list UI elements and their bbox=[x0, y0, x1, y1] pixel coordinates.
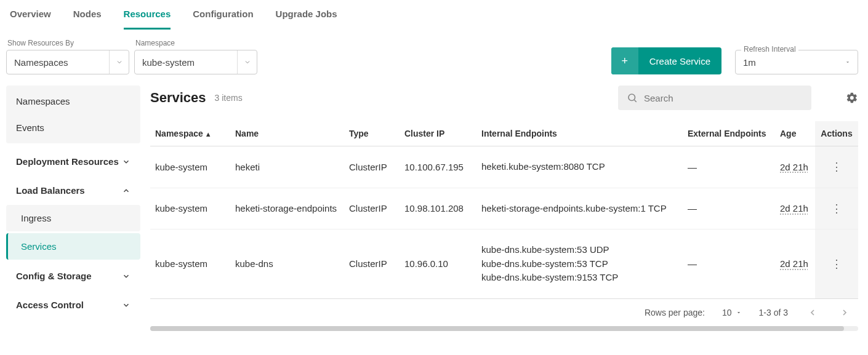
cell-internal-endpoints: heketi.kube-system:8080 TCP bbox=[476, 146, 683, 188]
svg-point-0 bbox=[629, 94, 635, 101]
cell-actions: ⋮ bbox=[815, 229, 858, 299]
refresh-interval-group: Refresh Interval 1m bbox=[735, 50, 858, 74]
cell-namespace: kube-system bbox=[150, 146, 230, 188]
col-header-internal-endpoints[interactable]: Internal Endpoints bbox=[476, 121, 683, 146]
tabs-bar: Overview Nodes Resources Configuration U… bbox=[0, 0, 868, 30]
cell-cluster-ip: 10.98.101.208 bbox=[400, 188, 476, 229]
col-header-actions: Actions bbox=[815, 121, 858, 146]
chevron-down-icon bbox=[237, 50, 257, 74]
namespace-label: Namespace bbox=[134, 39, 257, 47]
col-header-namespace[interactable]: Namespace▲ bbox=[150, 121, 230, 146]
kebab-menu-icon[interactable]: ⋮ bbox=[831, 161, 842, 173]
rows-per-page-select[interactable]: 10 bbox=[722, 308, 742, 317]
sidebar-section-label: Access Control bbox=[16, 300, 84, 310]
cell-external-endpoints: — bbox=[683, 229, 775, 299]
page-title: Services bbox=[150, 90, 206, 106]
rows-per-page-value: 10 bbox=[722, 308, 732, 317]
chevron-up-icon bbox=[122, 186, 131, 195]
col-header-name[interactable]: Name bbox=[230, 121, 344, 146]
cell-name: heketi bbox=[230, 146, 344, 188]
cell-cluster-ip: 10.100.67.195 bbox=[400, 146, 476, 188]
search-icon bbox=[627, 92, 638, 103]
namespace-select[interactable]: kube-system bbox=[134, 50, 257, 74]
sidebar-subitem-label: Ingress bbox=[21, 213, 51, 223]
tab-upgrade-jobs[interactable]: Upgrade Jobs bbox=[276, 5, 337, 30]
show-resources-by-group: Show Resources By Namespaces bbox=[6, 39, 129, 74]
col-header-cluster-ip[interactable]: Cluster IP bbox=[400, 121, 476, 146]
cell-internal-endpoints: heketi-storage-endpoints.kube-system:1 T… bbox=[476, 188, 683, 229]
table-row[interactable]: kube-systemkube-dnsClusterIP10.96.0.10ku… bbox=[150, 229, 858, 299]
cell-name: kube-dns bbox=[230, 229, 344, 299]
content: Services 3 items Namespace▲ bbox=[150, 86, 862, 331]
refresh-interval-select[interactable]: 1m bbox=[735, 50, 858, 74]
table-row[interactable]: kube-systemheketi-storage-endpointsClust… bbox=[150, 188, 858, 229]
kebab-menu-icon[interactable]: ⋮ bbox=[831, 258, 842, 270]
show-resources-by-label: Show Resources By bbox=[6, 39, 129, 47]
cell-age: 2d 21h bbox=[775, 188, 815, 229]
services-table: Namespace▲ Name Type Cluster IP Internal… bbox=[150, 121, 858, 299]
cell-type: ClusterIP bbox=[344, 188, 400, 229]
show-resources-by-select[interactable]: Namespaces bbox=[6, 50, 129, 74]
show-resources-by-value: Namespaces bbox=[7, 57, 109, 68]
cell-cluster-ip: 10.96.0.10 bbox=[400, 229, 476, 299]
sidebar-item-label: Namespaces bbox=[16, 96, 70, 106]
sidebar-section-config-storage[interactable]: Config & Storage bbox=[6, 261, 140, 290]
caret-down-icon bbox=[838, 50, 858, 74]
search-box[interactable] bbox=[618, 86, 811, 110]
horizontal-scrollbar[interactable] bbox=[150, 326, 858, 331]
sidebar-section-access-control[interactable]: Access Control bbox=[6, 290, 140, 319]
table-row[interactable]: kube-systemheketiClusterIP10.100.67.195h… bbox=[150, 146, 858, 188]
tab-resources[interactable]: Resources bbox=[124, 5, 171, 30]
cell-actions: ⋮ bbox=[815, 188, 858, 229]
search-input[interactable] bbox=[644, 93, 803, 103]
plus-icon: + bbox=[611, 47, 638, 74]
namespace-group: Namespace kube-system bbox=[134, 39, 257, 74]
next-page-button[interactable] bbox=[837, 308, 852, 317]
sidebar-item-events[interactable]: Events bbox=[6, 114, 140, 141]
chevron-down-icon bbox=[122, 301, 131, 309]
gear-icon[interactable] bbox=[846, 92, 858, 104]
sidebar-subitem-services[interactable]: Services bbox=[6, 233, 140, 260]
sidebar-item-label: Events bbox=[16, 122, 44, 133]
sidebar: Namespaces Events Deployment Resources L… bbox=[6, 86, 140, 331]
cell-namespace: kube-system bbox=[150, 188, 230, 229]
sidebar-subitem-ingress[interactable]: Ingress bbox=[6, 205, 140, 231]
chevron-down-icon bbox=[122, 158, 131, 166]
create-service-button[interactable]: + Create Service bbox=[611, 47, 721, 74]
create-service-label: Create Service bbox=[638, 56, 721, 66]
cell-age: 2d 21h bbox=[775, 229, 815, 299]
page-item-count: 3 items bbox=[215, 93, 243, 103]
tab-overview[interactable]: Overview bbox=[10, 5, 51, 30]
sidebar-item-namespaces[interactable]: Namespaces bbox=[6, 88, 140, 114]
svg-line-1 bbox=[634, 100, 636, 102]
cell-external-endpoints: — bbox=[683, 146, 775, 188]
tab-nodes[interactable]: Nodes bbox=[73, 5, 102, 30]
tab-configuration[interactable]: Configuration bbox=[193, 5, 253, 30]
pagination: Rows per page: 10 1-3 of 3 bbox=[150, 299, 858, 322]
col-header-external-endpoints[interactable]: External Endpoints bbox=[683, 121, 775, 146]
cell-actions: ⋮ bbox=[815, 146, 858, 188]
sidebar-section-label: Load Balancers bbox=[16, 185, 85, 196]
cell-namespace: kube-system bbox=[150, 229, 230, 299]
sidebar-section-label: Deployment Resources bbox=[16, 156, 119, 167]
col-header-age[interactable]: Age bbox=[775, 121, 815, 146]
sidebar-section-label: Config & Storage bbox=[16, 271, 92, 281]
sidebar-section-load-balancers[interactable]: Load Balancers bbox=[6, 176, 140, 205]
content-header: Services 3 items bbox=[150, 86, 858, 110]
cell-age: 2d 21h bbox=[775, 146, 815, 188]
chevron-down-icon bbox=[122, 272, 131, 281]
prev-page-button[interactable] bbox=[805, 308, 820, 317]
sort-asc-icon: ▲ bbox=[205, 130, 212, 138]
col-header-type[interactable]: Type bbox=[344, 121, 400, 146]
kebab-menu-icon[interactable]: ⋮ bbox=[831, 202, 842, 215]
chevron-down-icon bbox=[109, 50, 129, 74]
namespace-value: kube-system bbox=[135, 57, 237, 68]
refresh-interval-label: Refresh Interval bbox=[741, 45, 798, 54]
cell-external-endpoints: — bbox=[683, 188, 775, 229]
cell-name: heketi-storage-endpoints bbox=[230, 188, 344, 229]
cell-type: ClusterIP bbox=[344, 146, 400, 188]
rows-per-page-label: Rows per page: bbox=[645, 308, 705, 317]
sidebar-section-deployment-resources[interactable]: Deployment Resources bbox=[6, 147, 140, 176]
cell-type: ClusterIP bbox=[344, 229, 400, 299]
filter-row: Show Resources By Namespaces Namespace k… bbox=[0, 30, 868, 86]
